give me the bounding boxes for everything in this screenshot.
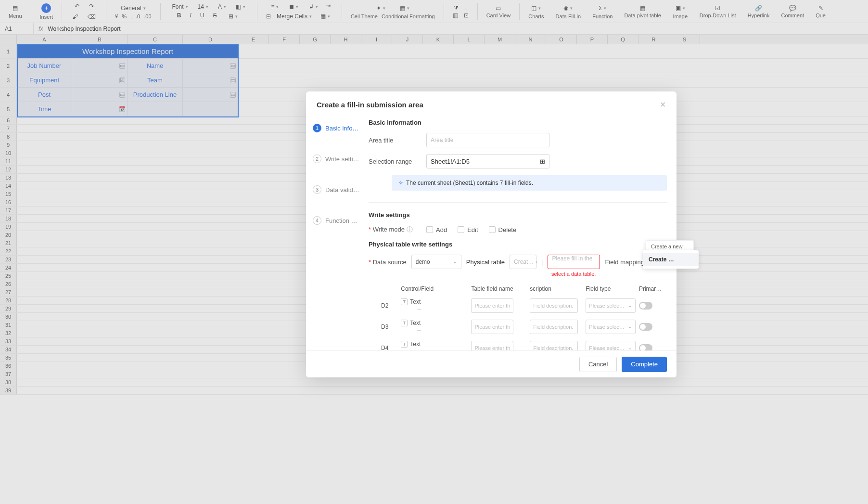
control-field-pill: TText [401,320,471,326]
create-option[interactable]: Create … [643,253,699,266]
write-mode-label: Write mode ⓘ [369,225,421,234]
physical-table-input[interactable]: Please fill in the … [548,255,600,269]
table-header: Control/Field Table field name scription… [369,283,667,295]
col-description: scription [530,285,586,292]
modal-footer: Cancel Complete [306,350,677,377]
info-icon: ✧ [398,180,403,186]
col-field-type: Field type [586,285,639,292]
arrow-icon: → [415,305,422,313]
help-icon[interactable]: ⓘ [407,226,413,233]
field-type-icon: T [401,341,408,348]
step-label: Function … [325,217,357,224]
wizard-steps: 1Basic info… 2Write setti… 3Data valid… … [306,116,369,350]
chevron-down-icon: ⌄ [453,259,457,264]
step-basic-info[interactable]: 1Basic info… [313,124,365,132]
chk-label: Add [436,226,447,233]
mode-delete-checkbox[interactable]: Delete [489,226,517,233]
description-input[interactable] [530,320,578,334]
table-row: D2 TText→ Please selec…⌄ [369,295,667,316]
select-value: Creat… [514,258,534,265]
chevron-down-icon: ⌄ [628,346,632,350]
row-id: D3 [369,323,401,330]
complete-button[interactable]: Complete [622,357,667,372]
fillin-modal: Create a fill-in submission area ✕ 1Basi… [306,91,677,377]
field-type-select[interactable]: Please selec…⌄ [586,341,636,350]
selection-range-input[interactable]: Sheet1!A1:D5 ⊞ [426,154,549,168]
field-mapping-table: Control/Field Table field name scription… [369,283,667,350]
col-primary: Primar… [639,285,667,292]
chk-label: Delete [498,226,517,233]
data-source-select[interactable]: demo⌄ [411,255,461,269]
step-function[interactable]: 4Function … [313,216,365,225]
mode-edit-checkbox[interactable]: Edit [458,226,478,233]
control-field-pill: TText [401,298,471,305]
create-dropdown: Create … [643,250,699,269]
step-label: Basic info… [325,125,358,132]
table-field-name-input[interactable] [471,298,513,313]
field-type-select[interactable]: Please selec…⌄ [586,298,636,313]
table-field-name-input[interactable] [471,341,513,350]
field-type-select[interactable]: Please selec…⌄ [586,320,636,334]
chk-label: Edit [467,226,478,233]
modal-header: Create a fill-in submission area ✕ [306,91,677,116]
info-banner: ✧ The current sheet (Sheet1) contains 7 … [392,175,667,191]
primary-toggle[interactable] [639,302,652,310]
area-title-input[interactable] [426,133,549,147]
section-write-settings: Write settings [369,211,667,219]
step-label: Data valid… [325,186,359,194]
chevron-left-icon: ‹ [536,259,537,264]
physical-table-section: Physical table write settings [369,241,667,248]
row-id: D2 [369,302,401,309]
link-label: Field mapping [605,258,644,266]
validation-error: select a data table. [551,271,596,277]
close-icon[interactable]: ✕ [660,100,666,109]
col-control-field: Control/Field [401,285,471,292]
description-input[interactable] [530,298,578,313]
arrow-icon: → [415,326,422,334]
physical-table-label: Physical table [466,258,505,266]
control-field-pill: TText [401,341,471,348]
row-id: D4 [369,345,401,350]
table-row: D3 TText→ Please selec…⌄ [369,316,667,337]
chevron-down-icon: ⌄ [628,324,632,329]
range-picker-icon[interactable]: ⊞ [540,158,545,165]
selection-range-label: Selection range [369,158,421,165]
select-value: demo [416,258,430,265]
range-value: Sheet1!A1:D5 [431,158,470,165]
area-title-label: Area title [369,137,421,144]
create-table-select[interactable]: Creat…‹ [510,255,536,269]
step-label: Write setti… [325,155,359,163]
description-input[interactable] [530,341,578,350]
chevron-down-icon: ⌄ [628,303,632,308]
placeholder: Please fill in the … [552,255,596,269]
modal-content: Basic information Area title Selection r… [369,116,677,350]
divider [369,202,667,203]
section-basic-info: Basic information [369,119,667,126]
col-table-field-name: Table field name [471,285,530,292]
table-field-name-input[interactable] [471,320,513,334]
info-text: The current sheet (Sheet1) contains 7 fi… [406,180,533,186]
step-data-validation[interactable]: 3Data valid… [313,185,365,194]
mode-add-checkbox[interactable]: Add [426,226,447,233]
data-source-label: Data source [369,258,407,266]
field-type-icon: T [401,320,408,326]
primary-toggle[interactable] [639,323,652,331]
cancel-button[interactable]: Cancel [579,357,617,372]
field-type-icon: T [401,298,408,305]
modal-title: Create a fill-in submission area [317,101,423,109]
table-row: D4 TText→ Please selec…⌄ [369,337,667,350]
step-write-settings[interactable]: 2Write setti… [313,155,365,163]
primary-toggle[interactable] [639,344,652,350]
